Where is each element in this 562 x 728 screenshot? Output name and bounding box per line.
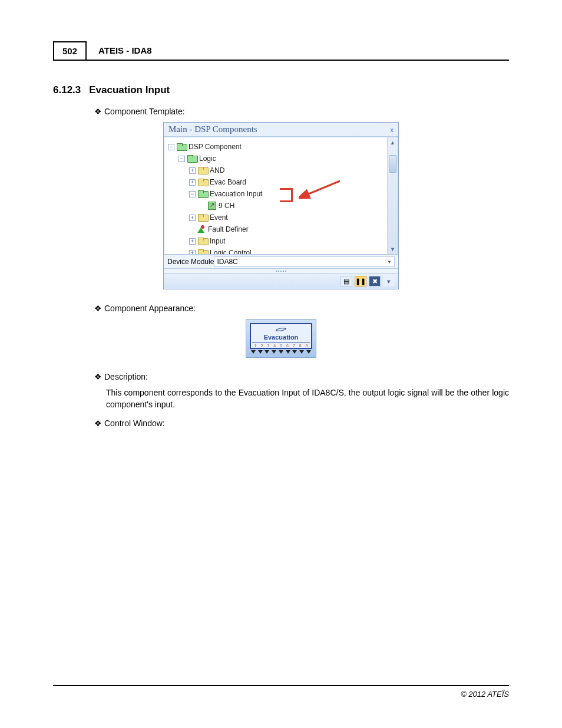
- folder-open-icon: [198, 190, 207, 198]
- diamond-icon: ❖: [94, 419, 102, 428]
- triangle-down-icon: [292, 350, 297, 354]
- bullet-control-label: Control Window:: [104, 419, 165, 428]
- dsp-components-panel: Main - DSP Components x − DSP Component …: [163, 122, 399, 289]
- page-footer: © 2012 ATEÏS: [53, 685, 509, 699]
- tree-label-and: AND: [210, 166, 224, 174]
- device-module-select[interactable]: IDA8C ▼: [214, 256, 395, 267]
- collapse-icon[interactable]: −: [189, 191, 196, 197]
- pin-label: 1: [254, 344, 256, 348]
- pin-label: 8: [299, 344, 301, 348]
- expand-icon[interactable]: +: [189, 215, 196, 221]
- expand-icon[interactable]: +: [189, 167, 196, 174]
- folder-open-icon: [187, 155, 197, 163]
- bullet-appearance-label: Component Appearance:: [104, 304, 196, 313]
- evacuation-component-block: Evacuation 1 2 3 4 5 6 7 8 9: [246, 319, 316, 358]
- close-icon[interactable]: x: [391, 126, 394, 133]
- scrollbar[interactable]: ▲ ▼: [387, 137, 398, 254]
- tree-label-logic-control: Logic Control: [210, 249, 252, 255]
- collapse-icon[interactable]: −: [178, 156, 185, 162]
- component-pin-numbers: 1 2 3 4 5 6 7 8 9: [252, 344, 310, 348]
- component-label: Evacuation: [252, 334, 310, 342]
- triangle-down-icon: [251, 350, 256, 354]
- diamond-icon: ❖: [94, 304, 102, 313]
- diamond-icon: ❖: [94, 372, 102, 381]
- folder-open-icon: [177, 143, 186, 151]
- tree-row-9ch[interactable]: 9 CH: [168, 200, 395, 212]
- pin-label: 9: [306, 344, 308, 348]
- folder-icon: [198, 249, 207, 255]
- folder-icon: [198, 214, 207, 222]
- statusbar-list-icon[interactable]: ▤: [340, 276, 352, 286]
- scroll-down-icon[interactable]: ▼: [388, 244, 398, 254]
- tree-row-evac-input[interactable]: − Evacuation Input: [168, 188, 395, 200]
- page-number: 502: [53, 41, 87, 60]
- bullet-template: ❖Component Template:: [94, 107, 509, 116]
- pin-label: 6: [286, 344, 288, 348]
- tree-label-9ch: 9 CH: [219, 202, 234, 210]
- tree-row-root[interactable]: − DSP Component: [168, 141, 395, 153]
- bullet-control-window: ❖Control Window:: [94, 419, 509, 428]
- expand-icon[interactable]: +: [189, 250, 196, 255]
- triangle-down-icon: [258, 350, 263, 354]
- bullet-description: ❖Description:: [94, 372, 509, 381]
- status-bar: ▤ ❚❚ ✖ ▾: [164, 273, 398, 289]
- pin-label: 4: [273, 344, 275, 348]
- triangle-down-icon: [279, 350, 283, 354]
- tree-row-fault-definer[interactable]: Fault Definer: [168, 223, 395, 235]
- component-tree[interactable]: − DSP Component − Logic + AND +: [164, 137, 398, 255]
- tree-label-event: Event: [210, 213, 228, 222]
- tree-label-evac-board: Evac Board: [210, 178, 246, 186]
- section-heading: 6.12.3 Evacuation Input: [53, 84, 509, 96]
- tree-row-logic-control[interactable]: + Logic Control: [168, 247, 395, 255]
- page-header: 502 ATEIS - IDA8: [53, 41, 509, 61]
- tree-label-evac-input: Evacuation Input: [210, 190, 262, 198]
- panel-titlebar: Main - DSP Components x: [164, 123, 398, 137]
- tree-row-input[interactable]: + Input: [168, 235, 395, 247]
- tree-label-input: Input: [210, 237, 226, 245]
- folder-icon: [198, 167, 207, 174]
- tree-label-fault-definer: Fault Definer: [208, 225, 249, 233]
- triangle-down-icon: [299, 350, 304, 354]
- bullet-template-label: Component Template:: [104, 107, 185, 116]
- bullet-appearance: ❖Component Appearance:: [94, 304, 509, 313]
- triangle-down-icon: [306, 350, 311, 354]
- device-module-row: Device Module IDA8C ▼: [164, 255, 398, 268]
- section-number: 6.12.3: [53, 84, 81, 96]
- tree-row-evac-board[interactable]: + Evac Board: [168, 176, 395, 188]
- device-module-value: IDA8C: [217, 258, 237, 266]
- panel-title-text: Main - DSP Components: [168, 124, 257, 134]
- tree-label-root: DSP Component: [189, 143, 242, 151]
- scroll-up-icon[interactable]: ▲: [388, 137, 398, 147]
- triangle-down-icon: [286, 350, 290, 354]
- device-module-label: Device Module: [167, 258, 214, 266]
- expand-icon[interactable]: +: [189, 179, 196, 186]
- pin-label: 5: [280, 344, 282, 348]
- pin-label: 7: [293, 344, 295, 348]
- scrollbar-thumb[interactable]: [389, 155, 396, 173]
- folder-icon: [198, 238, 207, 245]
- document-title: ATEIS - IDA8: [87, 42, 152, 59]
- triangle-down-icon: [265, 350, 269, 354]
- component-leaf-icon: [208, 202, 216, 210]
- tree-row-and[interactable]: + AND: [168, 164, 395, 176]
- bullet-description-label: Description:: [104, 372, 148, 381]
- pin-label: 3: [267, 344, 269, 348]
- tree-row-logic[interactable]: − Logic: [168, 153, 395, 164]
- panel-resize-grip[interactable]: [164, 268, 398, 273]
- chevron-down-icon: ▼: [387, 259, 392, 265]
- pin-label: 2: [261, 344, 263, 348]
- diamond-icon: ❖: [94, 107, 102, 116]
- folder-icon: [198, 179, 207, 186]
- statusbar-dropdown-icon[interactable]: ▾: [383, 276, 395, 286]
- component-oval-icon: [276, 327, 287, 331]
- tree-label-logic: Logic: [199, 154, 216, 163]
- statusbar-close-icon[interactable]: ✖: [369, 276, 381, 286]
- tree-row-event[interactable]: + Event: [168, 212, 395, 223]
- description-text: This component corresponds to the Evacua…: [106, 387, 509, 410]
- expand-icon[interactable]: +: [189, 238, 196, 245]
- fault-definer-icon: [197, 225, 206, 233]
- component-output-triangles: [250, 350, 312, 354]
- collapse-icon[interactable]: −: [168, 144, 174, 150]
- statusbar-highlighted-icon[interactable]: ❚❚: [355, 276, 366, 286]
- section-title: Evacuation Input: [89, 84, 170, 96]
